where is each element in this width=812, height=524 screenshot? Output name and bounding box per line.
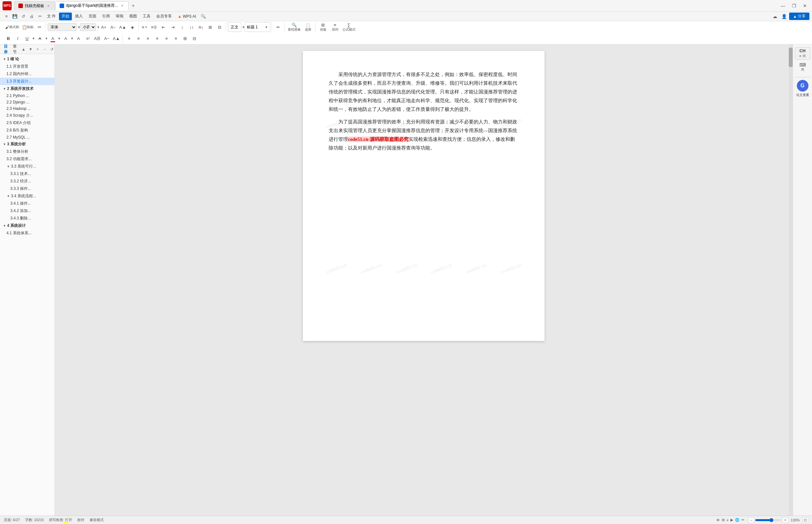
status-list-icon[interactable]: ≡ xyxy=(727,518,729,522)
heading-select-box[interactable]: 标题 1 ▼ xyxy=(245,22,270,32)
spell-check[interactable]: 拼写检查: 打开 xyxy=(49,518,72,522)
word-count[interactable]: 字数: 10215 xyxy=(25,518,44,522)
menu-cite[interactable]: 引用 xyxy=(100,13,113,20)
tree-item-3-1[interactable]: 3.1 整体分析 xyxy=(0,148,54,155)
input-mode-label[interactable]: ⌨ 简 xyxy=(799,62,806,72)
font-increase-button[interactable]: A+ xyxy=(99,22,108,32)
highlight-dropdown[interactable]: ▼ xyxy=(70,37,74,40)
arrange-button[interactable]: ⊞ 排版 xyxy=(317,22,329,32)
indent-decrease-button[interactable]: ⇤ xyxy=(159,22,168,32)
align-right-button[interactable]: ≡ xyxy=(144,34,152,43)
font-size2-button[interactable]: A▲ xyxy=(112,34,121,43)
document-content[interactable]: 采用传统的人力资源管理方式，有很多不足之处，例如：效率低、保密程度低、时间久了会… xyxy=(329,70,519,152)
char-shading-button[interactable]: A xyxy=(74,34,83,43)
share-button[interactable]: ▲ 分享 xyxy=(789,13,809,20)
tree-item-4[interactable]: ▼ 4 系统设计 xyxy=(0,222,54,229)
sidebar-refresh-button[interactable]: ↺ xyxy=(49,46,55,52)
font-name-select[interactable]: 宋体 xyxy=(48,23,77,31)
vertical-align-button[interactable]: ⊞ xyxy=(181,34,190,43)
tree-item-2-2[interactable]: 2.2 Django ... xyxy=(0,99,54,105)
menu-start[interactable]: 开始 xyxy=(59,13,72,20)
status-edit-icon[interactable]: ✏ xyxy=(742,518,744,522)
sidebar-tab-toc[interactable]: 目录 xyxy=(3,45,9,55)
tree-item-3-3-2[interactable]: 3.3.2 经济... xyxy=(0,178,54,185)
print-icon[interactable]: 🖨 xyxy=(28,13,35,20)
border-button[interactable]: ⊞ xyxy=(206,22,215,32)
para-spacing-button[interactable]: ↕↕ xyxy=(187,22,196,32)
tree-item-1-2[interactable]: 1.2 国内外研... xyxy=(0,70,54,78)
tab-add-button[interactable]: + xyxy=(129,2,137,10)
font-format1-button[interactable]: A▲ xyxy=(118,22,128,32)
account-icon[interactable]: 👤 xyxy=(780,13,788,20)
paragraph-2[interactable]: 为了提高国漫推荐管理的效率；充分利用现有资源；减少不必要的人力、物力和财政支出来… xyxy=(329,118,519,152)
page-break-button[interactable]: ⊟ xyxy=(190,34,199,43)
shading-button[interactable]: A↕ xyxy=(197,22,205,32)
font-size-select[interactable]: 小四 xyxy=(80,23,96,31)
tab-close-templates[interactable]: ✕ xyxy=(46,3,51,8)
list-bullet-button[interactable]: ≡⚬ xyxy=(140,22,150,32)
status-globe-icon[interactable]: 🌐 xyxy=(735,518,740,522)
tree-item-3-3[interactable]: ▼ 3.3 系统可行... xyxy=(0,163,54,170)
tree-item-2-5[interactable]: 2.5 IDEA 介绍 xyxy=(0,119,54,127)
font-color-dropdown[interactable]: ▼ xyxy=(58,37,61,40)
minimize-button[interactable]: — xyxy=(778,2,788,9)
align-center-button[interactable]: ≡ xyxy=(134,34,143,43)
proofread[interactable]: 校对 xyxy=(77,518,84,522)
cut-button[interactable]: ✂ xyxy=(35,22,44,32)
zoom-in-button[interactable]: + xyxy=(782,517,788,523)
tree-item-2-4[interactable]: 2.4 Scrapy 介... xyxy=(0,112,54,119)
select-button[interactable]: ⬚ 选择 xyxy=(302,22,314,32)
format-painter-button[interactable]: 🖌 格式刷 xyxy=(4,22,20,32)
font-more-button[interactable]: A☰ xyxy=(93,34,102,43)
menu-file[interactable]: 文 件 xyxy=(45,13,58,20)
heading-dropdown-icon[interactable]: ▼ xyxy=(265,26,268,29)
menu-wpsai[interactable]: ▲ WPS AI xyxy=(175,13,198,20)
font-name-dropdown-icon[interactable]: ▼ xyxy=(77,24,79,30)
formula-button[interactable]: ∑ 公式模式 xyxy=(341,22,357,32)
undo-icon[interactable]: ↺ xyxy=(19,13,27,20)
tree-item-3-4-3[interactable]: 3.4.3 删除... xyxy=(0,215,54,222)
restore-button[interactable]: ❐ xyxy=(790,2,798,9)
tree-item-1-1[interactable]: 1.1 开发背景 xyxy=(0,63,54,70)
strikethrough-button[interactable]: A xyxy=(35,34,45,43)
tree-item-1[interactable]: ▼ 1 绪 论 xyxy=(0,55,54,63)
tree-item-2-3[interactable]: 2.3 Hadoop ... xyxy=(0,105,54,112)
menu-review[interactable]: 审阅 xyxy=(113,13,126,20)
page-info[interactable]: 页面: 6/27 xyxy=(4,518,20,522)
tab-templates[interactable]: 找稿壳模板 ✕ xyxy=(14,1,55,10)
menu-member[interactable]: 会员专享 xyxy=(154,13,174,20)
list-number-button[interactable]: ≡① xyxy=(150,22,159,32)
status-grid-icon[interactable]: ⊞ xyxy=(722,518,725,522)
search-menu-icon[interactable]: 🔍 xyxy=(199,13,207,20)
document-area[interactable]: code51.cn code51.cn code51.cn code51.cn … xyxy=(55,45,793,515)
indent-increase-button[interactable]: ⇥ xyxy=(168,22,178,32)
menu-tools[interactable]: 工具 xyxy=(140,13,153,20)
cut-menu-icon[interactable]: ✂ xyxy=(36,13,44,20)
tree-item-3-2[interactable]: 3.2 功能需求... xyxy=(0,155,54,163)
line-spacing-button[interactable]: ↕ xyxy=(178,22,187,32)
paragraph-1[interactable]: 采用传统的人力资源管理方式，有很多不足之处，例如：效率低、保密程度低、时间久了会… xyxy=(329,70,519,114)
underline-dropdown[interactable]: ▼ xyxy=(32,37,35,40)
cloud-icon[interactable]: ☁ xyxy=(771,13,779,20)
find-replace-button[interactable]: 🔍 查找替换 xyxy=(286,22,302,32)
fit-page-button[interactable]: ⊡ xyxy=(802,517,808,523)
sidebar-collapse-button[interactable]: − xyxy=(42,46,48,52)
underline-button[interactable]: U xyxy=(22,34,32,43)
compat-mode[interactable]: 兼容模式 xyxy=(89,518,104,522)
font-decrease-button[interactable]: A− xyxy=(109,22,118,32)
paste-button[interactable]: 📋 粘贴 xyxy=(21,22,35,32)
font-color2-button[interactable]: A− xyxy=(102,34,111,43)
style-dropdown-icon[interactable]: ▼ xyxy=(242,24,244,30)
status-eye-icon[interactable]: 👁 xyxy=(716,518,720,522)
sidebar-expand-button[interactable]: + xyxy=(35,46,40,52)
align-justify-button[interactable]: ≡ xyxy=(153,34,162,43)
tree-item-3-3-1[interactable]: 3.3.1 技术... xyxy=(0,170,54,178)
zoom-out-button[interactable]: − xyxy=(748,517,754,523)
bold-button[interactable]: B xyxy=(4,34,13,43)
tree-item-3[interactable]: ▼ 3 系统分析 xyxy=(0,141,54,148)
align-more-button[interactable]: ≡ xyxy=(171,34,180,43)
tree-item-2-1[interactable]: 2.1 Python ... xyxy=(0,93,54,99)
tree-item-3-4[interactable]: ▼ 3.4 系统流程... xyxy=(0,192,54,200)
close-button[interactable]: ✕ xyxy=(800,2,809,9)
style-normal-box[interactable]: 正文 xyxy=(228,22,241,32)
